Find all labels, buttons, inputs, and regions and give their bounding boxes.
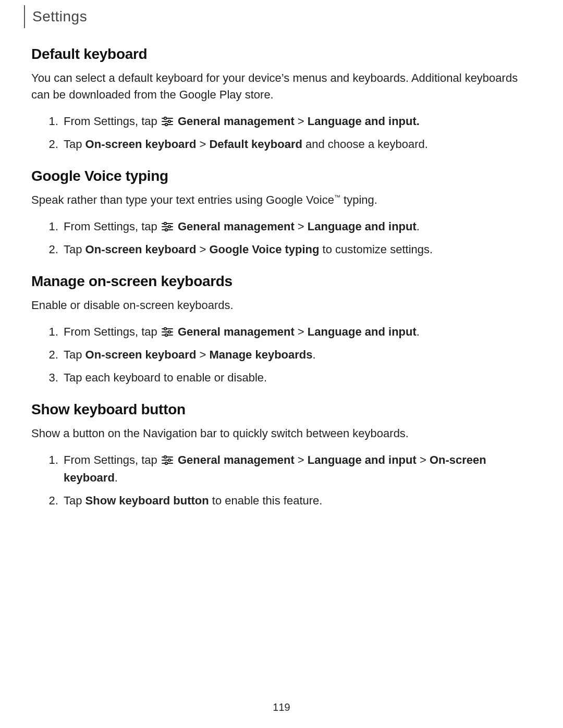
bold-text: Show keyboard button bbox=[85, 494, 209, 507]
step-text: From Settings, tap bbox=[64, 453, 161, 466]
svg-point-15 bbox=[168, 331, 170, 333]
bold-text: Google Voice typing bbox=[209, 243, 319, 256]
bold-text: Language and input bbox=[308, 453, 417, 466]
bold-text: On-screen keyboard bbox=[85, 348, 197, 361]
steps-google-voice-typing: From Settings, tap General management > … bbox=[31, 218, 532, 258]
svg-point-19 bbox=[164, 456, 166, 458]
step-text: Tap bbox=[64, 494, 85, 507]
svg-point-3 bbox=[168, 120, 170, 122]
step-item: Tap On-screen keyboard > Default keyboar… bbox=[62, 135, 532, 153]
step-tail: to customize settings. bbox=[319, 243, 433, 256]
step-item: Tap On-screen keyboard > Google Voice ty… bbox=[62, 241, 532, 258]
svg-point-17 bbox=[165, 334, 167, 336]
steps-show-keyboard-button: From Settings, tap General management > … bbox=[31, 451, 532, 510]
bold-text: General management bbox=[178, 115, 295, 128]
step-text: From Settings, tap bbox=[64, 115, 161, 128]
section-intro-manage-keyboards: Enable or disable on-screen keyboards. bbox=[31, 297, 532, 314]
sliders-icon bbox=[161, 114, 174, 125]
sliders-icon bbox=[161, 453, 174, 463]
section-intro-google-voice-typing: Speak rather than type your text entries… bbox=[31, 192, 532, 208]
step-tail: and choose a keyboard. bbox=[302, 138, 428, 151]
svg-point-11 bbox=[165, 229, 167, 231]
section-intro-show-keyboard-button: Show a button on the Navigation bar to q… bbox=[31, 425, 532, 442]
section-title-google-voice-typing: Google Voice typing bbox=[31, 168, 532, 184]
svg-point-23 bbox=[165, 462, 167, 464]
step-text: From Settings, tap bbox=[64, 220, 161, 233]
section-title-default-keyboard: Default keyboard bbox=[31, 46, 532, 63]
bold-text: General management bbox=[178, 453, 295, 466]
step-item: Tap each keyboard to enable or disable. bbox=[62, 369, 532, 387]
section-title-manage-keyboards: Manage on-screen keyboards bbox=[31, 273, 532, 290]
breadcrumb: Settings bbox=[32, 8, 87, 25]
step-item: Tap Show keyboard button to enable this … bbox=[62, 492, 532, 510]
bold-text: Language and input bbox=[308, 220, 417, 233]
bold-text: Language and input bbox=[308, 115, 417, 128]
bold-text: General management bbox=[178, 325, 295, 338]
bold-text: General management bbox=[178, 220, 295, 233]
page-number: 119 bbox=[0, 701, 563, 713]
breadcrumb-wrap: Settings bbox=[24, 5, 532, 28]
step-item: Tap On-screen keyboard > Manage keyboard… bbox=[62, 346, 532, 364]
svg-point-21 bbox=[168, 459, 170, 461]
section-intro-default-keyboard: You can select a default keyboard for yo… bbox=[31, 70, 532, 103]
step-text: Tap bbox=[64, 243, 85, 256]
bold-text: On-screen keyboard bbox=[85, 138, 197, 151]
intro-pre: Speak rather than type your text entries… bbox=[31, 193, 334, 206]
svg-point-9 bbox=[168, 226, 170, 228]
step-tail: to enable this feature. bbox=[209, 494, 323, 507]
sliders-icon bbox=[161, 219, 174, 230]
bold-text: On-screen keyboard bbox=[85, 243, 197, 256]
svg-point-5 bbox=[165, 124, 167, 126]
bold-text: Manage keyboards bbox=[209, 348, 312, 361]
intro-post: typing. bbox=[340, 193, 377, 206]
bold-text: Default keyboard bbox=[209, 138, 302, 151]
bold-text: Language and input bbox=[308, 325, 417, 338]
svg-point-1 bbox=[164, 117, 166, 119]
trademark-symbol: ™ bbox=[334, 194, 340, 201]
sliders-icon bbox=[161, 325, 174, 335]
breadcrumb-divider bbox=[24, 5, 25, 28]
step-item: From Settings, tap General management > … bbox=[62, 451, 532, 487]
step-item: From Settings, tap General management > … bbox=[62, 218, 532, 236]
step-text: Tap bbox=[64, 348, 85, 361]
document-page: Settings Default keyboard You can select… bbox=[0, 0, 563, 728]
svg-point-7 bbox=[164, 223, 166, 225]
section-title-show-keyboard-button: Show keyboard button bbox=[31, 401, 532, 418]
step-text: From Settings, tap bbox=[64, 325, 161, 338]
step-item: From Settings, tap General management > … bbox=[62, 113, 532, 130]
steps-manage-keyboards: From Settings, tap General management > … bbox=[31, 323, 532, 387]
step-text: Tap bbox=[64, 138, 85, 151]
svg-point-13 bbox=[164, 328, 166, 330]
steps-default-keyboard: From Settings, tap General management > … bbox=[31, 113, 532, 153]
step-item: From Settings, tap General management > … bbox=[62, 323, 532, 341]
